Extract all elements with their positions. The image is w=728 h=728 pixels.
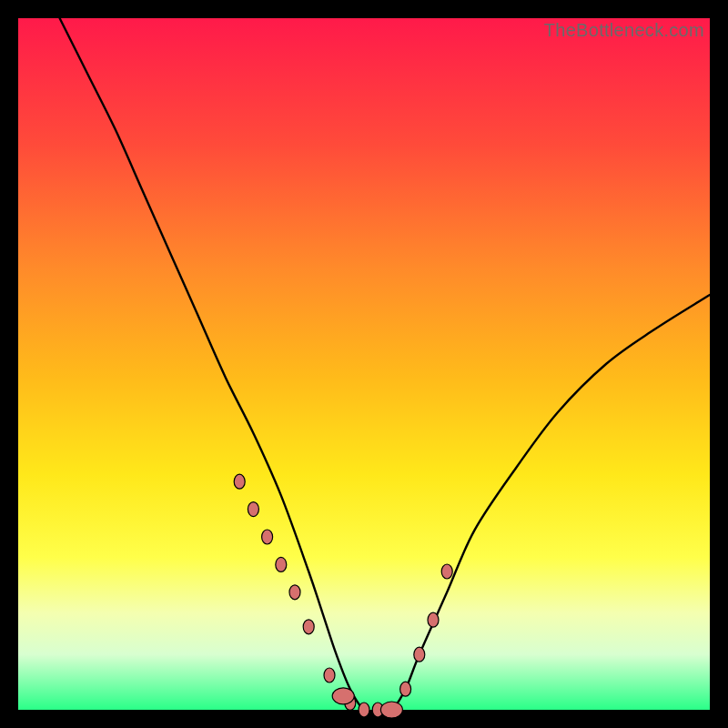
marker-point — [441, 564, 452, 579]
marker-point — [428, 612, 439, 627]
marker-big-point — [332, 688, 354, 704]
marker-point — [414, 647, 425, 662]
chart-svg — [18, 18, 710, 710]
marker-point — [276, 557, 287, 571]
marker-point — [303, 620, 314, 634]
marker-point — [359, 703, 369, 717]
marker-point — [400, 682, 411, 696]
chart-frame: TheBottleneck.com — [18, 18, 710, 710]
marker-point — [234, 474, 245, 489]
marker-big-point — [380, 702, 402, 718]
marker-group — [234, 474, 452, 718]
marker-point — [289, 585, 300, 600]
marker-point — [324, 668, 335, 682]
marker-point — [262, 530, 273, 544]
marker-point — [248, 502, 258, 517]
bottleneck-curve — [60, 18, 710, 712]
